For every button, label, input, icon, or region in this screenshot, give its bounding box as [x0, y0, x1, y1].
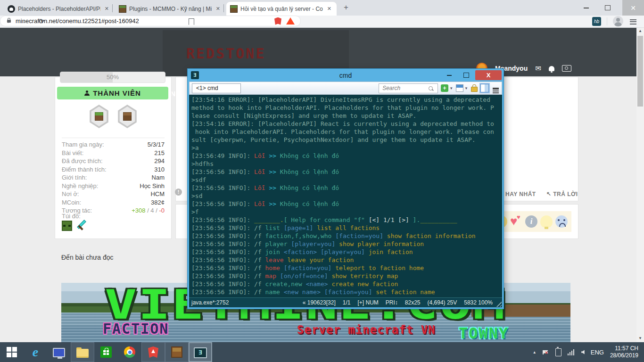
- diamond-sword-icon[interactable]: [76, 220, 87, 231]
- new-tab-button[interactable]: +: [340, 3, 352, 13]
- conemu-search-input[interactable]: [381, 84, 429, 92]
- console-line: [23:54:16 ERROR]: [PlaceholderAPI] React…: [191, 120, 500, 128]
- console-line: [23:56:56 INFO]: /f join <faction> [play…: [191, 248, 500, 256]
- stat-label: Nơi ở:: [62, 190, 79, 198]
- bulb-emoji-icon[interactable]: [540, 215, 553, 228]
- minecraft-icon[interactable]: [165, 342, 189, 362]
- conemu-console-tab[interactable]: <1> cmd: [192, 83, 241, 93]
- file-explorer-icon[interactable]: [71, 342, 94, 362]
- console-line: [23:56:56 INFO]: /f name <new name> [fac…: [191, 288, 500, 296]
- stat-label: Đã được thích:: [62, 157, 103, 165]
- volume-icon[interactable]: [581, 350, 585, 354]
- stat-row: Điểm thành tích:310: [62, 165, 165, 174]
- conemu-search-box[interactable]: [379, 83, 438, 93]
- start-button[interactable]: [0, 342, 24, 362]
- notifications-bell-icon[interactable]: [549, 66, 554, 71]
- window-restore-button[interactable]: [597, 0, 619, 16]
- console-output[interactable]: [23:54:16 ERROR]: [PlaceholderAPI] Divin…: [189, 95, 502, 297]
- resize-grip[interactable]: [495, 300, 502, 307]
- github-icon: [8, 5, 15, 13]
- console-line: [23:56:56 INFO]: /f home [faction=you] t…: [191, 264, 500, 272]
- stat-value: 5/3/17: [148, 140, 165, 149]
- console-line: hook into PlaceholderAPI. Placeholders f…: [191, 128, 500, 136]
- clock[interactable]: 11:57 CH 28/06/2019: [610, 345, 638, 359]
- window-close-button[interactable]: ✕: [622, 0, 644, 16]
- unread-posts-link[interactable]: Đến bài chưa đọc: [61, 254, 114, 261]
- best-answer-link[interactable]: HAY NHẤT: [505, 191, 536, 197]
- window-mode-button[interactable]: ▼: [456, 84, 468, 92]
- report-icon[interactable]: !: [175, 189, 182, 196]
- new-console-button[interactable]: +▼: [441, 84, 453, 92]
- conemu-titlebar[interactable]: E cmd X: [188, 69, 504, 82]
- messages-envelope-icon[interactable]: ✉: [535, 64, 541, 73]
- language-indicator[interactable]: ENG: [591, 349, 604, 356]
- extension-hb-icon[interactable]: hb: [592, 17, 601, 26]
- heart-emoji-icon[interactable]: [510, 215, 522, 228]
- console-line: >sdf: [191, 176, 500, 184]
- scrollbar-up-arrow[interactable]: ▲: [636, 27, 644, 35]
- address-bar[interactable]: [0, 16, 301, 26]
- chrome-icon: [124, 346, 135, 358]
- reload-button[interactable]: ⟳: [39, 17, 44, 25]
- remote-desktop-icon[interactable]: [47, 342, 71, 362]
- taskbar: eE ▲ ENG 11:57 CH 28/06/2019: [0, 342, 644, 362]
- minecraft-icon: [171, 346, 182, 358]
- status-segment: 1/1: [343, 299, 351, 306]
- frown-emoji-icon[interactable]: [555, 215, 568, 228]
- member-rank-label: THÀNH VIÊN: [93, 89, 141, 97]
- conemu-maximize-button[interactable]: [459, 70, 473, 80]
- page-scrollbar[interactable]: ▲ ▼: [636, 27, 644, 342]
- windows-store-icon[interactable]: [94, 342, 118, 362]
- minimize-icon: [584, 8, 589, 8]
- tray-expand-icon[interactable]: ▲: [533, 350, 537, 354]
- browser-tab-3[interactable]: Hỏi về tạo và quản lý server - ConE✕: [226, 2, 337, 16]
- browser-tab-2[interactable]: Plugins - MCMMO - Kỹ năng | Min✕: [115, 2, 225, 16]
- brave-icon[interactable]: [141, 342, 165, 362]
- conemu-close-button[interactable]: X: [475, 70, 502, 80]
- console-line: [23:56:56 INFO]: /f leave leave your fac…: [191, 256, 500, 264]
- tray-date: 28/06/2019: [610, 352, 638, 359]
- member-stats: Tham gia ngày:5/3/17Bài viết:215Đã được …: [62, 140, 165, 215]
- chrome-icon[interactable]: [118, 342, 141, 362]
- console-line: [23:56:56 INFO]: /f player [player=you] …: [191, 240, 500, 248]
- stat-label: MCoin:: [62, 198, 81, 207]
- zombie-head-icon[interactable]: [62, 221, 72, 231]
- scrollbar-thumb[interactable]: [637, 36, 643, 107]
- conemu-icon[interactable]: E: [189, 342, 212, 362]
- action-center-flag-icon[interactable]: [543, 350, 549, 354]
- reply-link[interactable]: ↖TRẢ LỜI: [546, 191, 578, 197]
- lock-icon: [471, 87, 478, 92]
- internet-explorer-icon[interactable]: e: [24, 342, 47, 362]
- badge-dirt-block[interactable]: [116, 105, 138, 128]
- stat-row: Bài viết:215: [62, 149, 165, 157]
- status-segment: [+] NUM: [357, 299, 378, 306]
- reply-arrow-icon: ↖: [546, 190, 552, 197]
- console-line: [23:56:49 INFO]: Lỗi >> Không có lệnh đó: [191, 152, 500, 160]
- battery-icon[interactable]: [555, 348, 561, 356]
- conemu-menu-button[interactable]: [493, 87, 499, 90]
- tab-close-icon[interactable]: ✕: [215, 6, 222, 12]
- window-minimize-button[interactable]: [575, 0, 597, 16]
- forward-button[interactable]: ›: [23, 17, 25, 25]
- profile-avatar-icon[interactable]: [613, 16, 623, 26]
- divider: [62, 138, 165, 138]
- badge-grass-block[interactable]: [88, 105, 110, 128]
- stat-row: Tham gia ngày:5/3/17: [62, 140, 165, 149]
- info-emoji-icon[interactable]: [525, 215, 537, 228]
- bat-rewards-icon[interactable]: [286, 17, 295, 25]
- lock-console-button[interactable]: [471, 84, 478, 92]
- tab-close-icon[interactable]: ✕: [103, 6, 110, 12]
- panel-toggle-button[interactable]: [480, 84, 489, 92]
- tab-close-icon[interactable]: ✕: [326, 6, 333, 12]
- url-input[interactable]: [15, 17, 274, 25]
- conemu-minimize-button[interactable]: [442, 70, 456, 80]
- forum-logo-text: REDSTONE: [186, 45, 266, 62]
- browser-tab-1[interactable]: Placeholders - PlaceholderAPI/Plac✕: [4, 2, 114, 16]
- console-line: >f: [191, 208, 500, 216]
- brave-shields-icon[interactable]: [274, 17, 281, 25]
- scrollbar-down-arrow[interactable]: ▼: [636, 335, 644, 342]
- stat-row: Nghề nghiệp:Học Sinh: [62, 182, 165, 190]
- network-signal-icon[interactable]: [568, 349, 575, 355]
- money-icon[interactable]: [562, 65, 571, 72]
- browser-menu-icon[interactable]: [630, 18, 636, 25]
